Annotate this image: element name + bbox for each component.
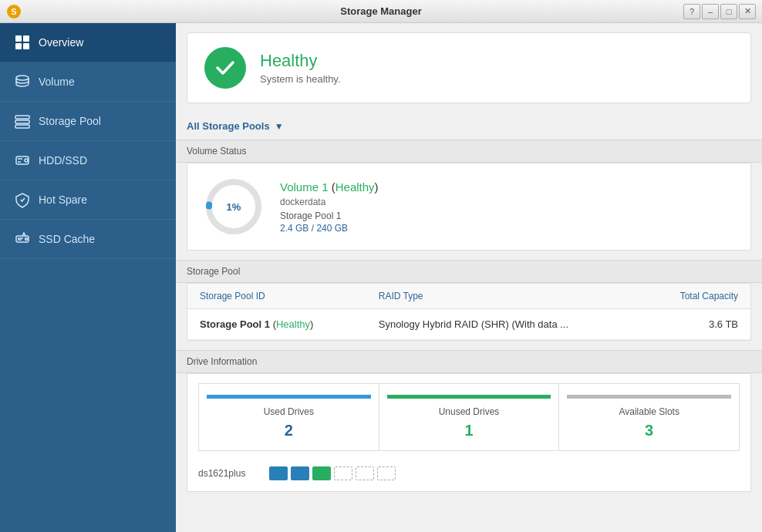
pools-header: All Storage Pools ▼ (176, 113, 762, 140)
used-gb: 2.4 GB (280, 223, 309, 234)
drive-info-section-header: Drive Information (176, 350, 762, 373)
titlebar: S Storage Manager ? – □ ✕ (0, 0, 762, 23)
model-label: ds1621plus (198, 468, 260, 479)
hot-spare-icon (14, 191, 31, 208)
titlebar-left: S (6, 4, 22, 19)
svg-rect-4 (15, 43, 22, 49)
minimize-button[interactable]: – (702, 4, 719, 19)
donut-chart: 1% (203, 176, 265, 237)
volume-row: 1% Volume 1 (Healthy) dockerdata Storage… (187, 163, 750, 250)
app-body: Overview Volume Storage Pool (0, 23, 762, 532)
sidebar-item-ssd-cache[interactable]: SSD Cache (0, 220, 176, 259)
svg-rect-9 (15, 125, 29, 128)
storage-pool-container: Storage Pool ID RAID Type Total Capacity… (187, 283, 751, 341)
all-pools-label[interactable]: All Storage Pools (187, 120, 270, 132)
slot-4 (334, 466, 352, 480)
maximize-button[interactable]: □ (720, 4, 737, 19)
available-slots-label: Available Slots (567, 406, 731, 417)
svg-point-11 (25, 159, 28, 162)
ssd-cache-icon (14, 231, 31, 247)
sidebar-hot-spare-label: Hot Spare (39, 194, 87, 206)
pool-name: Storage Pool 1 (280, 210, 379, 221)
storage-pool-icon (14, 113, 31, 130)
health-text: Healthy System is healthy. (260, 51, 341, 85)
volume-status-label: Volume Status (187, 146, 246, 157)
svg-rect-3 (23, 35, 29, 42)
svg-rect-7 (15, 116, 29, 119)
volume-name: Volume 1 (Healthy) (280, 180, 379, 194)
checkmark-icon (213, 56, 238, 80)
sp-row-capacity: 3.6 TB (643, 309, 750, 340)
titlebar-controls: ? – □ ✕ (683, 4, 756, 19)
sidebar-overview-label: Overview (39, 36, 83, 49)
table-row[interactable]: Storage Pool 1 (Healthy) Synology Hybrid… (187, 309, 750, 340)
svg-point-15 (25, 238, 28, 241)
health-icon-circle (204, 47, 246, 89)
svg-point-6 (16, 76, 29, 80)
content-area: Healthy System is healthy. All Storage P… (176, 23, 762, 532)
drive-info-label: Drive Information (187, 356, 257, 367)
sp-row-id: Storage Pool 1 (Healthy) (187, 309, 366, 340)
volume-status-section-header: Volume Status (176, 140, 762, 163)
sidebar-ssd-cache-label: SSD Cache (39, 233, 95, 245)
sidebar-item-volume[interactable]: Volume (0, 62, 176, 102)
pool-usage: 2.4 GB / 240 GB (280, 223, 379, 234)
sidebar-volume-label: Volume (39, 76, 75, 88)
total-gb: 240 GB (316, 223, 348, 234)
sidebar: Overview Volume Storage Pool (0, 23, 176, 532)
sidebar-storage-pool-label: Storage Pool (39, 115, 101, 127)
health-card: Healthy System is healthy. (187, 32, 751, 103)
sidebar-hdd-ssd-label: HDD/SSD (39, 154, 87, 167)
drive-card-used: Used Drives 2 (198, 383, 379, 451)
app-icon: S (6, 4, 22, 19)
unused-drives-label: Unused Drives (387, 406, 551, 417)
sp-col-capacity: Total Capacity (643, 284, 750, 309)
help-button[interactable]: ? (683, 4, 700, 19)
storage-pool-table: Storage Pool ID RAID Type Total Capacity… (187, 284, 750, 340)
sp-col-id: Storage Pool ID (187, 284, 366, 309)
sidebar-item-hdd-ssd[interactable]: HDD/SSD (0, 141, 176, 180)
drive-card-available: Available Slots 3 (558, 383, 740, 451)
sidebar-item-storage-pool[interactable]: Storage Pool (0, 102, 176, 141)
available-slots-bar (567, 395, 731, 399)
svg-rect-5 (23, 43, 29, 49)
volume-desc: dockerdata (280, 197, 379, 207)
svg-rect-8 (15, 120, 29, 123)
volume-icon (14, 73, 31, 90)
drive-cards: Used Drives 2 Unused Drives 1 Available … (187, 374, 750, 460)
volume-status-container: 1% Volume 1 (Healthy) dockerdata Storage… (187, 163, 751, 251)
sidebar-item-overview[interactable]: Overview (0, 23, 176, 62)
sp-col-raid: RAID Type (366, 284, 644, 309)
slots-container (269, 466, 396, 480)
health-description: System is healthy. (260, 73, 341, 85)
drive-info-container: Used Drives 2 Unused Drives 1 Available … (187, 373, 751, 492)
svg-rect-10 (16, 157, 29, 164)
donut-percent: 1% (227, 201, 241, 213)
svg-rect-2 (15, 35, 22, 42)
drive-slots-row: ds1621plus (187, 460, 750, 491)
slot-1 (269, 466, 288, 480)
hdd-ssd-icon (14, 152, 31, 169)
available-slots-count: 3 (567, 422, 731, 439)
unused-drives-bar (387, 395, 551, 399)
volume-details: Volume 1 (Healthy) dockerdata Storage Po… (280, 180, 379, 234)
drive-card-unused: Unused Drives 1 (379, 383, 559, 451)
used-drives-label: Used Drives (207, 406, 371, 417)
slot-6 (377, 466, 396, 480)
storage-pool-section-header: Storage Pool (176, 260, 762, 283)
sp-table-header-row: Storage Pool ID RAID Type Total Capacity (187, 284, 750, 309)
svg-rect-14 (16, 236, 29, 242)
slot-2 (291, 466, 309, 480)
storage-pool-label: Storage Pool (187, 266, 240, 277)
slot-3 (312, 466, 331, 480)
used-drives-count: 2 (207, 422, 371, 439)
pools-dropdown-arrow[interactable]: ▼ (275, 121, 284, 132)
unused-drives-count: 1 (387, 422, 551, 439)
close-button[interactable]: ✕ (739, 4, 756, 19)
used-drives-bar (207, 395, 371, 399)
sp-row-raid: Synology Hybrid RAID (SHR) (With data ..… (366, 309, 644, 340)
sidebar-item-hot-spare[interactable]: Hot Spare (0, 180, 176, 220)
slot-5 (356, 466, 374, 480)
titlebar-title: Storage Manager (340, 5, 421, 17)
health-status: Healthy (260, 51, 341, 71)
